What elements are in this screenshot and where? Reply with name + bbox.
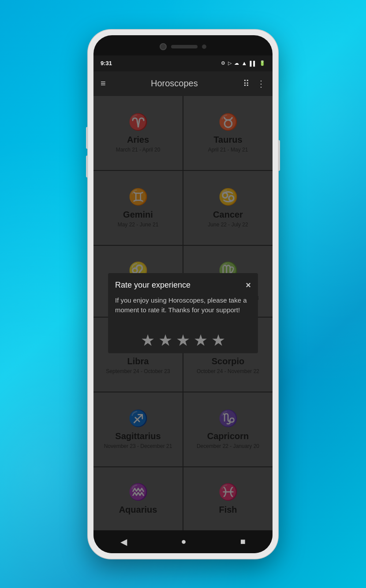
- power-button[interactable]: [278, 140, 280, 171]
- signal-icon: ▌▌: [250, 61, 257, 66]
- menu-icon[interactable]: ≡: [101, 78, 106, 89]
- app-bar: ≡ Horoscopes ⠿ ⋮: [93, 71, 273, 96]
- dialog-title: Rate your experience: [115, 281, 190, 290]
- speaker-icon: [171, 45, 198, 48]
- main-content: ♈ Aries March 21 - April 20 ♉ Taurus Apr…: [93, 96, 273, 530]
- rate-dialog: Rate your experience × If you enjoy usin…: [108, 273, 258, 353]
- status-icons-group: ⚙ ▷ ☁ ▲ ▌▌ 🔋: [221, 60, 265, 67]
- dialog-close-button[interactable]: ×: [246, 280, 251, 290]
- dialog-stars: ★ ★ ★ ★ ★: [108, 324, 258, 353]
- camera-icon: [160, 43, 167, 50]
- phone-top-decorations: [160, 43, 206, 50]
- volume-up-button[interactable]: [86, 127, 88, 149]
- status-bar: 9:31 ⚙ ▷ ☁ ▲ ▌▌ 🔋: [93, 55, 273, 71]
- navigation-bar: ◀ ● ■: [93, 530, 273, 553]
- phone-frame: 9:31 ⚙ ▷ ☁ ▲ ▌▌ 🔋 ≡ Horoscopes ⠿ ⋮ ♈: [88, 30, 278, 558]
- phone-screen: 9:31 ⚙ ▷ ☁ ▲ ▌▌ 🔋 ≡ Horoscopes ⠿ ⋮ ♈: [93, 35, 273, 553]
- dialog-header: Rate your experience ×: [108, 273, 258, 296]
- wifi-icon: ▲: [242, 60, 247, 67]
- play-status-icon: ▷: [228, 60, 232, 66]
- volume-down-button[interactable]: [86, 155, 88, 178]
- back-button[interactable]: ◀: [120, 536, 127, 547]
- star-1[interactable]: ★: [141, 331, 155, 350]
- star-3[interactable]: ★: [176, 331, 190, 350]
- recent-button[interactable]: ■: [240, 536, 246, 547]
- battery-icon: 🔋: [259, 60, 265, 66]
- sensor-icon: [202, 44, 206, 49]
- app-title: Horoscopes: [113, 78, 236, 89]
- home-button[interactable]: ●: [181, 536, 186, 547]
- cloud-status-icon: ☁: [234, 60, 239, 66]
- star-4[interactable]: ★: [194, 331, 208, 350]
- dialog-overlay: Rate your experience × If you enjoy usin…: [93, 96, 273, 530]
- star-5[interactable]: ★: [211, 331, 225, 350]
- more-icon[interactable]: ⋮: [257, 78, 265, 89]
- star-2[interactable]: ★: [158, 331, 172, 350]
- dialog-body: If you enjoy using Horoscopes, please ta…: [108, 296, 258, 324]
- status-time: 9:31: [101, 60, 112, 67]
- settings-status-icon: ⚙: [221, 60, 225, 66]
- grid-icon[interactable]: ⠿: [243, 78, 250, 89]
